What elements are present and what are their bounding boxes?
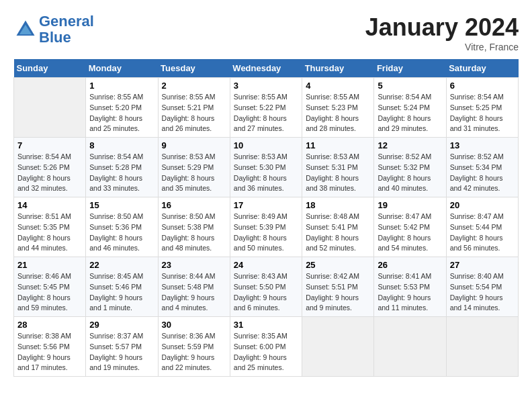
day-number: 16 xyxy=(162,200,226,210)
daylight-text: Daylight: 8 hours and 28 minutes. xyxy=(306,114,359,133)
weekday-header-sunday: Sunday xyxy=(14,59,86,78)
calendar-cell xyxy=(446,317,518,377)
day-number: 1 xyxy=(89,81,154,91)
daylight-text: Daylight: 8 hours and 38 minutes. xyxy=(306,174,359,193)
day-number: 6 xyxy=(450,81,515,91)
daylight-text: Daylight: 8 hours and 25 minutes. xyxy=(89,114,142,133)
day-number: 17 xyxy=(234,200,298,210)
calendar-cell: 14Sunrise: 8:51 AMSunset: 5:35 PMDayligh… xyxy=(14,197,86,257)
sunrise-text: Sunrise: 8:50 AM xyxy=(89,212,143,220)
sunset-text: Sunset: 5:26 PM xyxy=(17,163,70,171)
daylight-text: Daylight: 8 hours and 40 minutes. xyxy=(378,174,431,193)
sunrise-text: Sunrise: 8:36 AM xyxy=(162,332,216,340)
logo-general: General xyxy=(39,13,94,30)
daylight-text: Daylight: 8 hours and 48 minutes. xyxy=(162,234,215,253)
sunrise-text: Sunrise: 8:38 AM xyxy=(17,332,71,340)
sunset-text: Sunset: 5:28 PM xyxy=(89,163,142,171)
day-number: 8 xyxy=(89,140,154,150)
daylight-text: Daylight: 8 hours and 36 minutes. xyxy=(234,174,287,193)
day-info: Sunrise: 8:43 AMSunset: 5:50 PMDaylight:… xyxy=(234,271,298,314)
sunrise-text: Sunrise: 8:53 AM xyxy=(234,152,287,161)
logo-icon xyxy=(13,17,38,42)
calendar-cell: 18Sunrise: 8:48 AMSunset: 5:41 PMDayligh… xyxy=(302,197,374,257)
sunset-text: Sunset: 5:54 PM xyxy=(450,283,502,291)
page-header: General Blue January 2024 Vitre, France xyxy=(13,13,519,52)
calendar-cell: 17Sunrise: 8:49 AMSunset: 5:39 PMDayligh… xyxy=(230,197,302,257)
calendar-cell: 23Sunrise: 8:44 AMSunset: 5:48 PMDayligh… xyxy=(158,257,230,317)
sunset-text: Sunset: 5:50 PM xyxy=(234,283,286,291)
sunset-text: Sunset: 5:53 PM xyxy=(378,283,430,291)
sunrise-text: Sunrise: 8:53 AM xyxy=(162,152,216,161)
daylight-text: Daylight: 9 hours and 22 minutes. xyxy=(162,353,215,372)
daylight-text: Daylight: 9 hours and 6 minutes. xyxy=(234,293,287,312)
day-number: 9 xyxy=(162,140,226,150)
calendar-cell: 21Sunrise: 8:46 AMSunset: 5:45 PMDayligh… xyxy=(14,257,86,317)
day-number: 11 xyxy=(306,140,370,150)
sunset-text: Sunset: 5:29 PM xyxy=(162,163,214,171)
weekday-header-tuesday: Tuesday xyxy=(158,59,230,78)
day-number: 29 xyxy=(89,320,154,330)
month-title: January 2024 xyxy=(365,13,519,42)
sunset-text: Sunset: 5:48 PM xyxy=(162,283,214,291)
day-info: Sunrise: 8:50 AMSunset: 5:36 PMDaylight:… xyxy=(89,212,154,254)
daylight-text: Daylight: 9 hours and 1 minute. xyxy=(89,293,142,312)
sunset-text: Sunset: 5:46 PM xyxy=(89,283,142,291)
calendar-cell xyxy=(374,317,446,377)
day-info: Sunrise: 8:36 AMSunset: 5:59 PMDaylight:… xyxy=(162,331,226,373)
day-info: Sunrise: 8:46 AMSunset: 5:45 PMDaylight:… xyxy=(17,271,82,314)
sunset-text: Sunset: 5:56 PM xyxy=(17,342,70,351)
sunrise-text: Sunrise: 8:54 AM xyxy=(378,93,431,101)
sunrise-text: Sunrise: 8:35 AM xyxy=(234,332,287,340)
calendar-cell: 11Sunrise: 8:53 AMSunset: 5:31 PMDayligh… xyxy=(302,138,374,197)
day-number: 7 xyxy=(17,140,82,150)
sunset-text: Sunset: 5:51 PM xyxy=(306,283,358,291)
day-number: 27 xyxy=(450,260,515,270)
day-number: 13 xyxy=(450,140,515,150)
day-info: Sunrise: 8:44 AMSunset: 5:48 PMDaylight:… xyxy=(162,271,226,314)
sunset-text: Sunset: 5:21 PM xyxy=(162,103,214,111)
sunset-text: Sunset: 5:45 PM xyxy=(17,283,70,291)
day-info: Sunrise: 8:55 AMSunset: 5:22 PMDaylight:… xyxy=(234,92,298,134)
day-info: Sunrise: 8:48 AMSunset: 5:41 PMDaylight:… xyxy=(306,212,370,254)
day-number: 2 xyxy=(162,81,226,91)
sunset-text: Sunset: 5:30 PM xyxy=(234,163,286,171)
day-number: 14 xyxy=(17,200,82,210)
calendar-cell: 9Sunrise: 8:53 AMSunset: 5:29 PMDaylight… xyxy=(158,138,230,197)
sunset-text: Sunset: 5:23 PM xyxy=(306,103,358,111)
daylight-text: Daylight: 8 hours and 29 minutes. xyxy=(378,114,431,133)
calendar-cell: 13Sunrise: 8:52 AMSunset: 5:34 PMDayligh… xyxy=(446,138,518,197)
sunrise-text: Sunrise: 8:53 AM xyxy=(306,152,359,161)
calendar-cell: 6Sunrise: 8:54 AMSunset: 5:25 PMDaylight… xyxy=(446,78,518,138)
day-number: 22 xyxy=(89,260,154,270)
daylight-text: Daylight: 9 hours and 19 minutes. xyxy=(89,353,142,372)
day-info: Sunrise: 8:42 AMSunset: 5:51 PMDaylight:… xyxy=(306,271,370,314)
day-number: 25 xyxy=(306,260,370,270)
day-info: Sunrise: 8:54 AMSunset: 5:25 PMDaylight:… xyxy=(450,92,515,134)
daylight-text: Daylight: 8 hours and 59 minutes. xyxy=(17,293,71,312)
daylight-text: Daylight: 9 hours and 14 minutes. xyxy=(450,293,503,312)
daylight-text: Daylight: 8 hours and 44 minutes. xyxy=(17,234,71,253)
sunset-text: Sunset: 5:39 PM xyxy=(234,223,286,231)
calendar-cell: 4Sunrise: 8:55 AMSunset: 5:23 PMDaylight… xyxy=(302,78,374,138)
day-number: 12 xyxy=(378,140,442,150)
week-row-1: 1Sunrise: 8:55 AMSunset: 5:20 PMDaylight… xyxy=(14,78,519,138)
calendar-cell: 15Sunrise: 8:50 AMSunset: 5:36 PMDayligh… xyxy=(86,197,158,257)
day-info: Sunrise: 8:54 AMSunset: 5:24 PMDaylight:… xyxy=(378,92,442,134)
sunrise-text: Sunrise: 8:49 AM xyxy=(234,212,287,220)
sunrise-text: Sunrise: 8:54 AM xyxy=(89,152,143,161)
weekday-header-saturday: Saturday xyxy=(446,59,518,78)
logo-blue: Blue xyxy=(39,30,94,46)
daylight-text: Daylight: 8 hours and 33 minutes. xyxy=(89,174,142,193)
sunrise-text: Sunrise: 8:40 AM xyxy=(450,272,504,280)
sunset-text: Sunset: 5:44 PM xyxy=(450,223,502,231)
weekday-header-wednesday: Wednesday xyxy=(230,59,302,78)
day-info: Sunrise: 8:54 AMSunset: 5:28 PMDaylight:… xyxy=(89,152,154,194)
day-info: Sunrise: 8:52 AMSunset: 5:34 PMDaylight:… xyxy=(450,152,515,194)
day-info: Sunrise: 8:47 AMSunset: 5:44 PMDaylight:… xyxy=(450,212,515,254)
location: Vitre, France xyxy=(365,42,519,52)
daylight-text: Daylight: 8 hours and 54 minutes. xyxy=(378,234,431,253)
day-number: 5 xyxy=(378,81,442,91)
day-number: 24 xyxy=(234,260,298,270)
day-info: Sunrise: 8:40 AMSunset: 5:54 PMDaylight:… xyxy=(450,271,515,314)
calendar-cell: 24Sunrise: 8:43 AMSunset: 5:50 PMDayligh… xyxy=(230,257,302,317)
